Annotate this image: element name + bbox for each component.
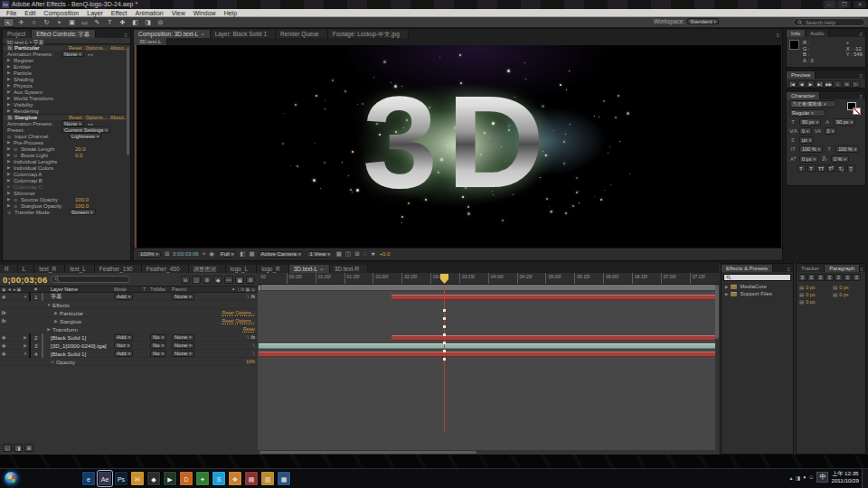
blend-mode-dropdown[interactable]: Nor xyxy=(114,343,132,349)
options-link[interactable]: Options... xyxy=(85,45,107,51)
track-matte-dropdown[interactable]: No xyxy=(150,334,166,341)
property-value[interactable]: 100.0 xyxy=(75,197,89,202)
twirl-icon[interactable]: ▼ xyxy=(45,303,52,307)
taskbar-app-icon[interactable]: S xyxy=(212,471,226,486)
menu-item[interactable]: File xyxy=(3,9,20,17)
options-link[interactable]: Options... xyxy=(85,115,107,120)
effect-property-row[interactable]: ⊙ Transfer Mode Screen xyxy=(3,209,130,215)
tab-info[interactable]: Info xyxy=(787,30,806,37)
fx-icon[interactable]: fx xyxy=(2,310,5,315)
stopwatch-icon[interactable]: ⊙ xyxy=(49,360,56,364)
effect-property-row[interactable]: fx Starglow Reset Options... About... xyxy=(3,114,130,120)
faux-style-button[interactable]: T xyxy=(797,164,806,172)
viewer-tab[interactable]: Composition: 3D.text-L× xyxy=(134,30,211,38)
twirl-icon[interactable]: ▶ xyxy=(7,108,12,113)
viewer-option-icon[interactable]: ◫ xyxy=(345,250,351,258)
viewer-option-icon[interactable]: ★ xyxy=(371,250,376,258)
twirl-icon[interactable]: ▶ xyxy=(725,292,728,296)
tab-character[interactable]: Character xyxy=(787,92,820,99)
twirl-icon[interactable]: ▼ xyxy=(22,352,29,356)
quality-icon[interactable]: ∖ xyxy=(252,343,255,348)
twirl-icon[interactable]: ▶ xyxy=(7,70,12,75)
panel-menu-icon[interactable]: ≡ xyxy=(859,32,865,37)
start-button[interactable] xyxy=(4,471,19,486)
reset-link[interactable]: Reset xyxy=(222,318,234,324)
layer-row-3[interactable]: ◉ ▶ 3 [3D_1[0000-0240].tga] Nor No None … xyxy=(0,342,258,350)
timeline-option-button[interactable]: ≋ xyxy=(181,276,190,284)
taskbar-app-icon[interactable]: ▶ xyxy=(163,471,177,486)
timeline-toggle-icon[interactable]: ◱ xyxy=(3,444,12,452)
snapshot-icon[interactable]: ⌖ xyxy=(203,250,206,258)
menu-item[interactable]: Animation xyxy=(132,9,167,17)
twirl-icon[interactable]: ▶ xyxy=(7,178,12,183)
preset-arrows[interactable]: ◂ ▸ xyxy=(88,52,93,57)
taskbar-app-icon[interactable]: ▦ xyxy=(277,471,291,486)
align-button[interactable]: ≡ xyxy=(807,274,816,281)
twirl-icon[interactable]: ▼ xyxy=(22,295,29,299)
tool-icon[interactable]: ◨ xyxy=(142,18,154,27)
parent-dropdown[interactable]: None xyxy=(172,334,194,341)
blend-mode-dropdown[interactable]: Add xyxy=(114,294,133,300)
transport-button[interactable]: ▶ xyxy=(807,80,815,88)
twirl-icon[interactable]: ▶ xyxy=(725,285,728,289)
indent-field[interactable]: ▤0 px xyxy=(799,299,829,305)
twirl-icon[interactable]: ▶ xyxy=(7,96,12,100)
timeline-option-button[interactable]: ▦ xyxy=(235,276,244,284)
twirl-icon[interactable]: ▶ xyxy=(7,165,12,170)
property-value[interactable]: 100.0 xyxy=(75,203,89,209)
twirl-icon[interactable]: ▶ xyxy=(7,89,12,94)
taskbar-app-icon[interactable]: ✦ xyxy=(195,471,210,486)
panel-menu-icon[interactable]: ≡ xyxy=(860,267,866,272)
tool-icon[interactable]: ⌖ xyxy=(53,18,65,27)
timeline-comp-tab[interactable]: L xyxy=(18,265,35,273)
twirl-icon[interactable]: ▶ xyxy=(7,172,12,176)
effect-property-row[interactable]: ▶ Colormap A xyxy=(3,171,130,177)
align-button[interactable]: ≡ xyxy=(853,274,861,281)
stopwatch-icon[interactable]: ⊙ xyxy=(14,203,19,209)
timeline-comp-tab[interactable]: text_R xyxy=(34,265,65,273)
indent-field[interactable]: ▤0 px xyxy=(799,285,829,290)
twirl-icon[interactable]: ▶ xyxy=(7,83,12,88)
eye-icon[interactable]: ◉ xyxy=(2,294,5,299)
roi-icon[interactable]: ◧ xyxy=(240,250,245,258)
eye-icon[interactable]: ◉ xyxy=(2,334,5,340)
layer-bar-4[interactable] xyxy=(259,352,716,357)
show-desktop-button[interactable] xyxy=(862,469,868,488)
indent-field[interactable]: ▤0 px xyxy=(833,285,863,290)
timeline-toggle-icon[interactable]: ◨ xyxy=(14,444,23,452)
ime-language-icon[interactable]: 中 xyxy=(816,472,828,483)
viewer-option-icon[interactable]: ∴ xyxy=(363,250,367,258)
tab-preview[interactable]: Preview xyxy=(787,71,816,79)
tool-icon[interactable]: ↻ xyxy=(41,18,52,27)
layer-bar-3[interactable] xyxy=(259,343,716,349)
tool-icon[interactable]: ▣ xyxy=(66,18,78,27)
transparency-grid-icon[interactable]: ▦ xyxy=(249,250,254,258)
layer-row-2[interactable]: ◉ ▶ 2 [Black Solid 1] Add No None ∖fx xyxy=(0,333,258,342)
twirl-icon[interactable]: ▶ xyxy=(7,184,12,189)
twirl-icon[interactable]: ▶ xyxy=(45,327,52,332)
taskbar-app-icon[interactable]: e xyxy=(81,471,96,486)
tab-paragraph[interactable]: Paragraph xyxy=(825,265,860,272)
vertical-scrollbar[interactable] xyxy=(715,285,719,453)
align-button[interactable]: ≡ xyxy=(844,274,852,281)
twirl-icon[interactable]: ▶ xyxy=(7,191,12,195)
panel-menu-icon[interactable]: ≡ xyxy=(776,33,782,38)
stroke-color-swatch[interactable] xyxy=(853,108,861,115)
panel-menu-icon[interactable]: ≡ xyxy=(124,33,130,38)
tsume-field[interactable]: 0 % xyxy=(831,155,849,163)
twirl-icon[interactable]: ▶ xyxy=(7,140,12,145)
faux-style-button[interactable]: T xyxy=(807,164,816,172)
tray-icon[interactable]: ☺ xyxy=(808,474,814,480)
tool-icon[interactable]: ✛ xyxy=(15,18,27,27)
parent-dropdown[interactable]: None xyxy=(172,351,194,357)
twirl-icon[interactable]: ▶ xyxy=(7,146,12,151)
search-help-input[interactable]: Search Help xyxy=(793,18,865,26)
taskbar-app-icon[interactable]: Ae xyxy=(98,471,112,486)
viewer-tab[interactable]: Footage: Lockup-中文.jpg xyxy=(328,30,409,38)
kerning-field[interactable]: 0 xyxy=(799,127,812,135)
tab-effect-controls[interactable]: Effect Controls: 字幕 xyxy=(32,30,96,38)
twirl-icon[interactable]: ▶ xyxy=(22,335,29,340)
transport-button[interactable]: ◀ xyxy=(797,80,806,88)
tool-icon[interactable]: ⊙ xyxy=(155,18,166,27)
tool-icon[interactable]: ↖ xyxy=(3,18,14,27)
